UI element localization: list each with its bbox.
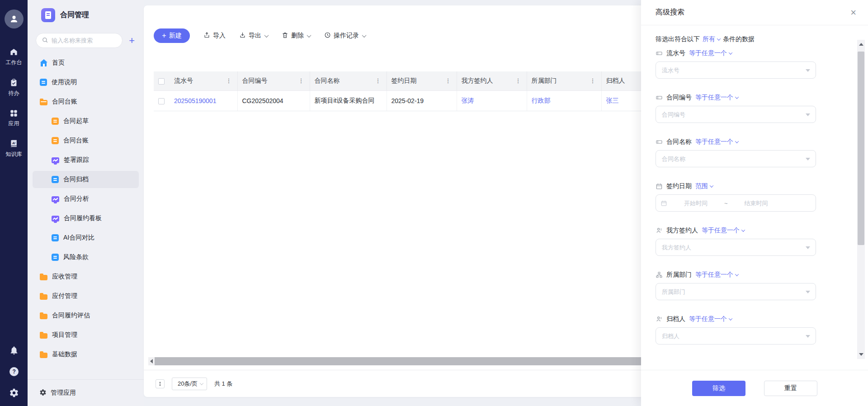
new-button[interactable]: +新建 xyxy=(154,28,190,43)
contract-no-filter-input[interactable] xyxy=(662,111,802,118)
export-button[interactable]: 导出 xyxy=(239,32,268,40)
intro-prefix: 筛选出符合以下 xyxy=(656,35,700,43)
condition-select[interactable]: 等于任意一个 xyxy=(689,315,732,323)
department-filter-input[interactable] xyxy=(662,288,802,295)
serial-filter-input[interactable] xyxy=(662,67,802,74)
column-header: 合同名称 xyxy=(315,77,340,85)
settings-gear-icon[interactable] xyxy=(9,388,19,398)
sign-date-range-picker[interactable]: ~ xyxy=(656,194,816,212)
rail-item-apps[interactable]: 应用 xyxy=(9,109,19,127)
select-arrow-icon xyxy=(806,291,810,293)
sidebar-item-risk-clauses[interactable]: 风险条款 xyxy=(33,249,139,266)
manage-apps-button[interactable]: 管理应用 xyxy=(35,380,137,406)
sidebar-item-sign-tracking[interactable]: 签署跟踪 xyxy=(33,151,139,169)
rail-item-knowledge[interactable]: AI 知识库 xyxy=(6,139,22,158)
delete-button[interactable]: 删除 xyxy=(282,32,311,40)
user-avatar[interactable] xyxy=(5,9,24,28)
department-filter-select[interactable] xyxy=(656,283,816,300)
knowledge-ai-book-icon: AI xyxy=(9,139,19,148)
contract-name-filter-input[interactable] xyxy=(662,156,802,162)
sidebar: 合同管理 + 首页 使用说明 合同台账 合同起草 合同台账 签署跟踪 合同归档 … xyxy=(28,0,144,406)
cell-signer-link[interactable]: 张涛 xyxy=(462,97,474,104)
start-date-input[interactable] xyxy=(669,200,722,207)
condition-select[interactable]: 等于任意一个 xyxy=(695,271,738,279)
cell-department-link[interactable]: 行政部 xyxy=(532,97,551,104)
scroll-up-icon[interactable] xyxy=(857,41,865,48)
condition-select[interactable]: 等于任意一个 xyxy=(702,227,745,235)
cell-archiver-link[interactable]: 张三 xyxy=(606,97,619,104)
row-checkbox[interactable] xyxy=(158,98,165,104)
condition-select[interactable]: 等于任意一个 xyxy=(695,138,738,146)
condition-select[interactable]: 范围 xyxy=(695,182,713,190)
column-menu-icon[interactable]: ⋮ xyxy=(589,77,597,84)
column-header: 流水号 xyxy=(174,77,193,85)
sidebar-search[interactable] xyxy=(36,33,123,48)
sidebar-item-receivables[interactable]: 应收管理 xyxy=(33,268,139,285)
archiver-filter-input[interactable] xyxy=(662,333,802,340)
sidebar-item-contract-draft[interactable]: 合同起草 xyxy=(33,113,139,130)
operation-log-button[interactable]: 操作记录 xyxy=(324,32,366,40)
search-input[interactable] xyxy=(52,37,117,44)
intro-suffix: 条件的数据 xyxy=(723,35,755,43)
horizontal-scrollbar-thumb[interactable] xyxy=(155,357,646,365)
end-date-input[interactable] xyxy=(730,200,783,207)
rail-bottom: ? xyxy=(9,345,19,398)
archiver-filter-select[interactable] xyxy=(656,327,816,345)
close-icon[interactable]: × xyxy=(850,8,856,18)
column-menu-icon[interactable]: ⋮ xyxy=(225,77,233,84)
sidebar-item-label: 应收管理 xyxy=(52,273,77,281)
sidebar-item-contract-ledger[interactable]: 合同台账 xyxy=(33,132,139,149)
help-icon[interactable]: ? xyxy=(9,366,19,377)
reset-button[interactable]: 重置 xyxy=(764,381,817,396)
rail-item-todo[interactable]: 待办 xyxy=(9,78,19,97)
condition-select[interactable]: 等于任意一个 xyxy=(695,94,738,102)
rail-item-workbench[interactable]: 工作台 xyxy=(6,47,22,66)
search-icon xyxy=(42,37,48,45)
sidebar-item-instructions[interactable]: 使用说明 xyxy=(33,74,139,91)
column-menu-icon[interactable]: ⋮ xyxy=(297,77,305,84)
scroll-down-icon[interactable] xyxy=(857,351,865,358)
upload-icon xyxy=(203,32,210,40)
cell-contract-no: CG202502004 xyxy=(237,90,310,111)
sidebar-item-home[interactable]: 首页 xyxy=(33,54,139,71)
column-menu-icon[interactable]: ⋮ xyxy=(514,77,522,84)
sidebar-item-label: 基础数据 xyxy=(52,350,77,359)
filter-button[interactable]: 筛选 xyxy=(692,381,745,396)
contract-name-filter-select[interactable] xyxy=(656,150,816,167)
sidebar-item-base-data[interactable]: 基础数据 xyxy=(33,346,139,363)
column-header: 合同编号 xyxy=(242,77,268,85)
panel-vertical-scrollbar[interactable] xyxy=(857,40,865,359)
contract-no-filter-select[interactable] xyxy=(656,106,816,123)
import-button[interactable]: 导入 xyxy=(203,32,226,40)
sidebar-item-contract-ledger-group[interactable]: 合同台账 xyxy=(33,93,139,110)
page-size-select[interactable]: 20条/页 xyxy=(172,378,207,390)
sidebar-item-payables[interactable]: 应付管理 xyxy=(33,288,139,305)
signer-filter-input[interactable] xyxy=(662,244,802,251)
row-height-toggle-icon[interactable] xyxy=(156,379,165,388)
sidebar-item-ai-compare[interactable]: AI合同对比 xyxy=(33,229,139,246)
column-header: 归档人 xyxy=(606,77,625,85)
app-rail: 工作台 待办 应用 AI 知识库 ? xyxy=(0,0,28,406)
trash-icon xyxy=(282,32,288,40)
sidebar-item-label: 合同归档 xyxy=(63,175,89,184)
notification-bell-icon[interactable] xyxy=(9,345,19,355)
user-icon xyxy=(9,14,19,24)
sidebar-item-contract-analysis[interactable]: 合同分析 xyxy=(33,190,139,208)
horizontal-scrollbar[interactable] xyxy=(148,357,646,365)
column-menu-icon[interactable]: ⋮ xyxy=(444,77,452,84)
signer-filter-select[interactable] xyxy=(656,239,816,256)
select-all-checkbox[interactable] xyxy=(158,78,165,85)
add-button[interactable]: + xyxy=(127,36,137,45)
panel-scrollbar-thumb[interactable] xyxy=(858,52,864,245)
serial-filter-select[interactable] xyxy=(656,61,816,79)
condition-select[interactable]: 等于任意一个 xyxy=(689,49,732,57)
scroll-left-icon[interactable] xyxy=(148,357,155,365)
chevron-down-icon xyxy=(741,228,745,231)
sidebar-item-performance-eval[interactable]: 合同履约评估 xyxy=(33,307,139,324)
match-mode-select[interactable]: 所有 xyxy=(703,35,720,43)
sidebar-item-project-mgmt[interactable]: 项目管理 xyxy=(33,326,139,344)
sidebar-item-performance-board[interactable]: 合同履约看板 xyxy=(33,210,139,227)
column-menu-icon[interactable]: ⋮ xyxy=(374,77,382,84)
cell-serial-link[interactable]: 202505190001 xyxy=(174,97,216,104)
sidebar-item-contract-archive[interactable]: 合同归档 xyxy=(33,171,139,188)
